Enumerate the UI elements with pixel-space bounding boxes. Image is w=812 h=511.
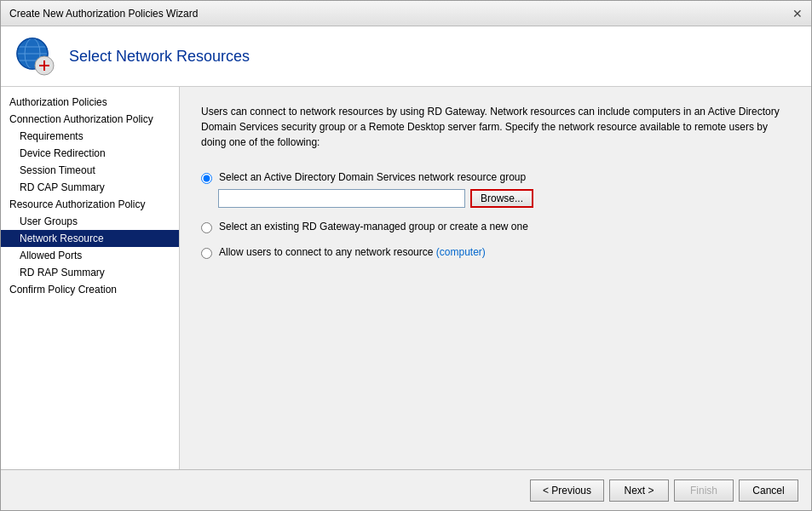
option1-label[interactable]: Select an Active Directory Domain Servic… bbox=[219, 171, 526, 183]
sidebar-item-session-timeout[interactable]: Session Timeout bbox=[1, 162, 179, 179]
dialog-body: Select Network Resources Authorization P… bbox=[1, 26, 811, 510]
header-area: Select Network Resources bbox=[1, 26, 811, 87]
next-button[interactable]: Next > bbox=[609, 479, 669, 502]
sidebar-item-resource-authorization-policy[interactable]: Resource Authorization Policy bbox=[1, 196, 179, 213]
description-text: Users can connect to network resources b… bbox=[201, 104, 780, 150]
option1-radio-row: Select an Active Directory Domain Servic… bbox=[201, 171, 790, 184]
sidebar-item-device-redirection[interactable]: Device Redirection bbox=[1, 145, 179, 162]
close-button[interactable]: ✕ bbox=[792, 8, 803, 20]
sidebar-item-user-groups[interactable]: User Groups bbox=[1, 213, 179, 230]
option2-container: Select an existing RD Gateway-managed gr… bbox=[201, 221, 790, 233]
option2-radio[interactable] bbox=[201, 222, 212, 233]
sidebar-item-allowed-ports[interactable]: Allowed Ports bbox=[1, 247, 179, 264]
browse-button[interactable]: Browse... bbox=[470, 189, 533, 208]
dialog-title: Create New Authorization Policies Wizard bbox=[9, 8, 198, 20]
sidebar-item-requirements[interactable]: Requirements bbox=[1, 128, 179, 145]
footer: < Previous Next > Finish Cancel bbox=[1, 469, 811, 510]
dialog-window: Create New Authorization Policies Wizard… bbox=[0, 0, 812, 511]
content-area: Authorization Policies Connection Author… bbox=[1, 87, 811, 469]
wizard-icon bbox=[14, 35, 56, 78]
network-resource-input[interactable] bbox=[218, 189, 465, 208]
finish-button[interactable]: Finish bbox=[674, 479, 734, 502]
option3-container: Allow users to connect to any network re… bbox=[201, 246, 790, 259]
option3-radio[interactable] bbox=[201, 248, 212, 259]
sidebar-item-authorization-policies[interactable]: Authorization Policies bbox=[1, 94, 179, 111]
globe-svg-icon bbox=[14, 35, 56, 78]
sidebar: Authorization Policies Connection Author… bbox=[1, 87, 180, 469]
option1-radio[interactable] bbox=[201, 173, 212, 184]
option1-container: Select an Active Directory Domain Servic… bbox=[201, 171, 790, 208]
option1-input-row: Browse... bbox=[218, 189, 790, 208]
main-content: Users can connect to network resources b… bbox=[180, 87, 811, 469]
cancel-button[interactable]: Cancel bbox=[739, 479, 798, 502]
options-section: Select an Active Directory Domain Servic… bbox=[201, 171, 790, 259]
sidebar-item-confirm-policy-creation[interactable]: Confirm Policy Creation bbox=[1, 281, 179, 298]
page-title: Select Network Resources bbox=[69, 48, 250, 66]
sidebar-item-network-resource[interactable]: Network Resource bbox=[1, 230, 179, 247]
option2-label[interactable]: Select an existing RD Gateway-managed gr… bbox=[219, 221, 528, 233]
option3-label[interactable]: Allow users to connect to any network re… bbox=[219, 246, 486, 258]
title-bar: Create New Authorization Policies Wizard… bbox=[1, 1, 811, 26]
sidebar-item-rd-cap-summary[interactable]: RD CAP Summary bbox=[1, 179, 179, 196]
sidebar-item-rd-rap-summary[interactable]: RD RAP Summary bbox=[1, 264, 179, 281]
previous-button[interactable]: < Previous bbox=[530, 479, 604, 502]
sidebar-item-connection-authorization-policy[interactable]: Connection Authorization Policy bbox=[1, 111, 179, 128]
